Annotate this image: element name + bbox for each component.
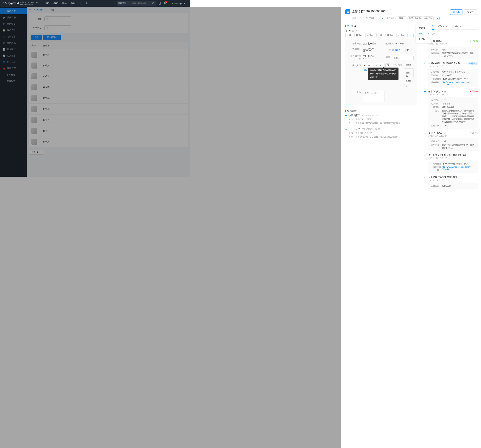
logo[interactable]: 云朵CRM 教育机构一站 式服务云平台www.yunduocrm.com <box>3 1 39 5</box>
svg-point-0 <box>4 3 4 3</box>
user-icon[interactable] <box>80 2 82 5</box>
search-icon[interactable] <box>152 2 155 5</box>
search-input[interactable] <box>131 2 151 5</box>
notification-icon[interactable]: 5 <box>164 2 166 5</box>
svg-line-3 <box>154 4 154 4</box>
search-box[interactable]: 手机号码 ▾ <box>117 1 156 6</box>
mobile-icon[interactable] <box>158 2 161 5</box>
phone-icon[interactable] <box>85 2 88 5</box>
nav-qc[interactable]: 质检 <box>62 2 67 5</box>
top-nav: 推广 客户 质检 数据 <box>45 2 75 5</box>
nav-data[interactable]: 数据 <box>71 2 75 5</box>
nav-customer[interactable]: 客户 <box>53 2 58 5</box>
svg-point-2 <box>152 2 154 4</box>
top-bar: 云朵CRM 教育机构一站 式服务云平台www.yunduocrm.com 推广 … <box>0 0 190 7</box>
nav-promo[interactable]: 推广 <box>45 2 49 5</box>
modal-overlay[interactable] <box>0 7 190 177</box>
svg-point-1 <box>80 2 81 3</box>
user-menu[interactable]: manager11 ▼ <box>172 2 188 5</box>
